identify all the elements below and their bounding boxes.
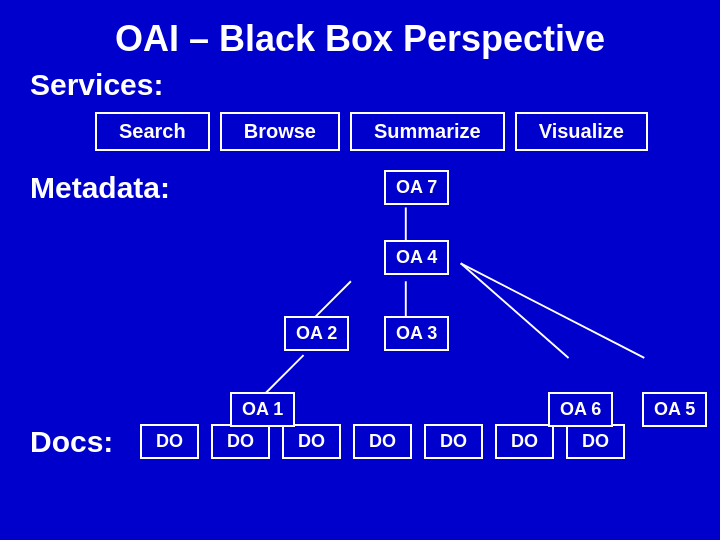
svg-line-5 <box>266 355 304 393</box>
search-button[interactable]: Search <box>95 112 210 151</box>
visualize-button[interactable]: Visualize <box>515 112 648 151</box>
services-label: Services: <box>0 68 720 102</box>
oa1-box: OA 1 <box>230 392 295 427</box>
metadata-label: Metadata: <box>30 169 190 205</box>
oa5-box: OA 5 <box>642 392 707 427</box>
summarize-button[interactable]: Summarize <box>350 112 505 151</box>
oa7-box: OA 7 <box>384 170 449 205</box>
svg-line-4 <box>461 263 645 358</box>
browse-button[interactable]: Browse <box>220 112 340 151</box>
page-title: OAI – Black Box Perspective <box>0 0 720 68</box>
services-buttons: Search Browse Summarize Visualize <box>0 112 720 151</box>
docs-label: Docs: <box>30 425 140 459</box>
oa4-box: OA 4 <box>384 240 449 275</box>
svg-line-1 <box>313 281 351 319</box>
oa2-box: OA 2 <box>284 316 349 351</box>
svg-line-3 <box>461 263 569 358</box>
oa3-box: OA 3 <box>384 316 449 351</box>
oa6-box: OA 6 <box>548 392 613 427</box>
